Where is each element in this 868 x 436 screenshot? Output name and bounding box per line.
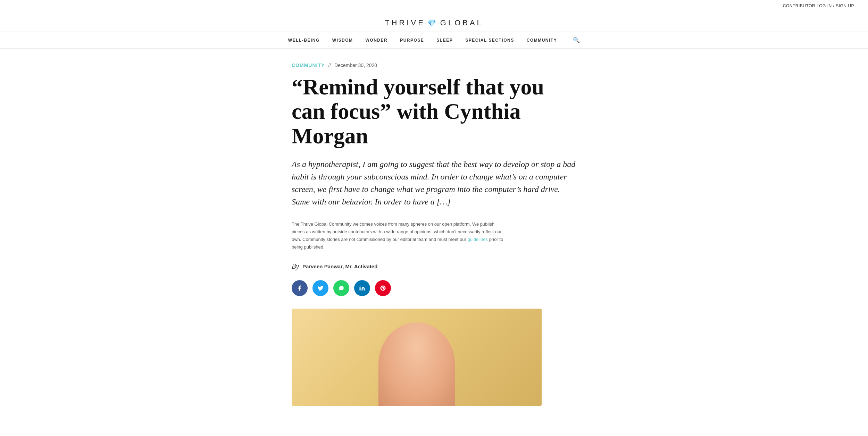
article-date: December 30, 2020 xyxy=(334,62,377,68)
article-main: COMMUNITY // December 30, 2020 “Remind y… xyxy=(278,49,590,406)
pinterest-icon xyxy=(380,285,386,291)
whatsapp-icon xyxy=(338,285,344,291)
linkedin-icon xyxy=(359,285,365,291)
author-name[interactable]: Parveen Panwar, Mr. Activated xyxy=(302,263,377,269)
nav-community[interactable]: COMMUNITY xyxy=(527,38,557,43)
share-twitter-button[interactable] xyxy=(312,280,328,296)
article-subtitle: As a hypnotherapist, I am going to sugge… xyxy=(292,158,576,208)
hero-image-figure xyxy=(378,322,455,406)
category-link[interactable]: COMMUNITY xyxy=(292,62,325,68)
article-title: “Remind yourself that you can focus” wit… xyxy=(292,75,576,148)
top-bar: CONTRIBUTOR LOG IN / SIGN UP xyxy=(0,0,868,12)
share-linkedin-button[interactable] xyxy=(354,280,370,296)
logo-part1: THRIVE xyxy=(385,18,425,27)
breadcrumb-separator: // xyxy=(328,62,331,68)
logo-bar: THRIVE 💎 GLOBAL xyxy=(0,12,868,32)
auth-links[interactable]: CONTRIBUTOR LOG IN / SIGN UP xyxy=(783,3,854,8)
author-by-label: By xyxy=(292,262,299,270)
share-whatsapp-button[interactable] xyxy=(333,280,349,296)
nav-special-sections[interactable]: SPECIAL SECTIONS xyxy=(465,38,514,43)
nav-wonder[interactable]: WONDER xyxy=(365,38,387,43)
guidelines-link[interactable]: guidelines xyxy=(468,237,488,242)
hero-image xyxy=(292,309,542,406)
twitter-icon xyxy=(317,285,324,291)
main-nav: WELL-BEING WISDOM WONDER PURPOSE SLEEP S… xyxy=(0,32,868,49)
nav-purpose[interactable]: PURPOSE xyxy=(400,38,424,43)
nav-wisdom[interactable]: WISDOM xyxy=(332,38,353,43)
share-pinterest-button[interactable] xyxy=(375,280,391,296)
nav-sleep[interactable]: SLEEP xyxy=(436,38,453,43)
site-logo[interactable]: THRIVE 💎 GLOBAL xyxy=(385,18,483,27)
search-icon[interactable]: 🔍 xyxy=(573,37,580,43)
author-row: By Parveen Panwar, Mr. Activated xyxy=(292,262,576,270)
breadcrumb: COMMUNITY // December 30, 2020 xyxy=(292,62,576,68)
nav-wellbeing[interactable]: WELL-BEING xyxy=(288,38,320,43)
logo-part2: GLOBAL xyxy=(440,18,483,27)
social-share-row xyxy=(292,280,576,296)
logo-diamond-icon: 💎 xyxy=(427,19,438,27)
disclaimer-text: The Thrive Global Community welcomes voi… xyxy=(292,220,507,251)
share-facebook-button[interactable] xyxy=(292,280,308,296)
svg-point-0 xyxy=(360,285,361,286)
facebook-icon xyxy=(297,285,303,291)
